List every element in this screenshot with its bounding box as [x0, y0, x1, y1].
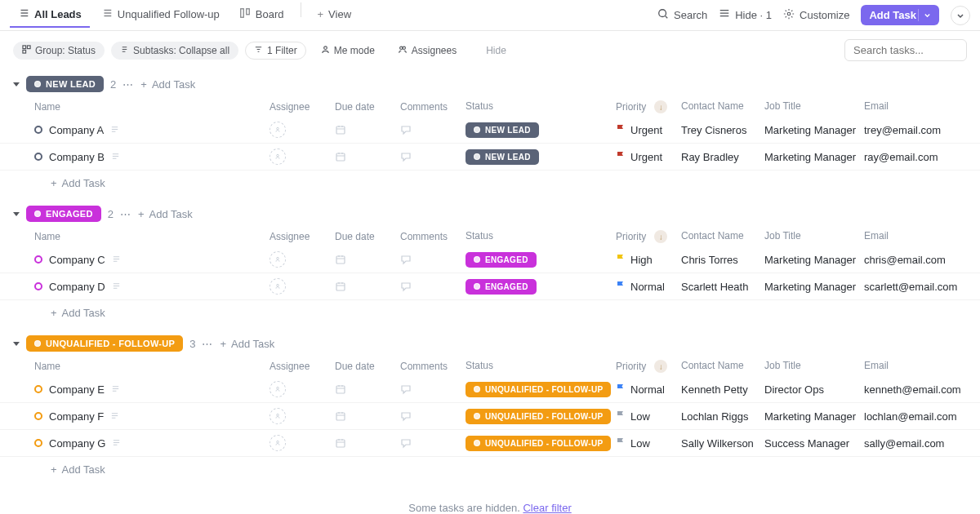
- calendar-icon[interactable]: [335, 410, 346, 422]
- col-assignee[interactable]: Assignee: [270, 230, 335, 243]
- col-name[interactable]: Name: [34, 360, 270, 373]
- assignee-add-icon[interactable]: [270, 278, 286, 295]
- subtasks-chip[interactable]: Subtasks: Collapse all: [111, 42, 238, 60]
- col-priority[interactable]: Priority↓: [616, 100, 681, 113]
- job-title[interactable]: Director Ops: [764, 383, 864, 396]
- tab-board[interactable]: Board: [231, 2, 292, 28]
- contact-name[interactable]: Sally Wilkerson: [681, 437, 764, 450]
- group-chip[interactable]: Group: Status: [13, 42, 105, 60]
- group-add-task[interactable]: + Add Task: [140, 78, 195, 91]
- task-name[interactable]: Company C: [49, 254, 105, 266]
- job-title[interactable]: Marketing Manager: [764, 124, 864, 136]
- task-row[interactable]: Company A NEW LEAD Urgent Trey Cisneros …: [0, 117, 980, 144]
- status-pill[interactable]: UNQUALIFIED - FOLLOW-UP: [466, 409, 611, 424]
- assignee-add-icon[interactable]: [270, 435, 286, 451]
- status-pill[interactable]: ENGAGED: [466, 279, 537, 295]
- col-assignee[interactable]: Assignee: [270, 360, 335, 373]
- status-pill[interactable]: NEW LEAD: [466, 122, 539, 138]
- add-task-row[interactable]: + Add Task: [0, 300, 980, 326]
- contact-name[interactable]: Kenneth Petty: [681, 383, 764, 396]
- priority-flag[interactable]: [616, 281, 626, 293]
- task-name[interactable]: Company G: [49, 437, 105, 450]
- col-status[interactable]: Status: [466, 100, 616, 113]
- customize-button[interactable]: Customize: [783, 8, 849, 22]
- job-title[interactable]: Success Manager: [764, 437, 864, 450]
- subtasks-icon[interactable]: [111, 152, 120, 162]
- job-title[interactable]: Marketing Manager: [764, 151, 864, 163]
- status-pill[interactable]: UNQUALIFIED - FOLLOW-UP: [466, 382, 611, 397]
- priority-flag[interactable]: [616, 383, 626, 396]
- col-comments[interactable]: Comments: [400, 230, 466, 243]
- col-assignee[interactable]: Assignee: [270, 100, 335, 113]
- priority-flag[interactable]: [616, 254, 626, 266]
- task-name[interactable]: Company B: [49, 151, 105, 163]
- assignee-add-icon[interactable]: [270, 122, 286, 138]
- status-dot-icon[interactable]: [34, 282, 42, 290]
- status-dot-icon[interactable]: [34, 412, 42, 420]
- status-pill[interactable]: ENGAGED: [466, 252, 537, 268]
- tab-all-leads[interactable]: All Leads: [10, 2, 90, 28]
- contact-name[interactable]: Lochlan Riggs: [681, 410, 764, 423]
- group-status-pill[interactable]: ENGAGED: [26, 206, 101, 222]
- email[interactable]: lochlan@email.com: [864, 410, 967, 423]
- status-pill[interactable]: UNQUALIFIED - FOLLOW-UP: [466, 436, 611, 451]
- task-row[interactable]: Company D ENGAGED Normal Scarlett Heath …: [0, 273, 980, 300]
- contact-name[interactable]: Scarlett Heath: [681, 281, 764, 293]
- sort-indicator-icon[interactable]: ↓: [654, 100, 667, 113]
- col-status[interactable]: Status: [466, 230, 616, 243]
- contact-name[interactable]: Ray Bradley: [681, 151, 764, 163]
- collapse-toggle-icon[interactable]: [13, 342, 20, 346]
- filter-chip[interactable]: 1 Filter: [245, 42, 306, 60]
- subtasks-icon[interactable]: [112, 438, 121, 449]
- comment-icon[interactable]: [400, 383, 412, 395]
- job-title[interactable]: Marketing Manager: [764, 410, 864, 423]
- col-email[interactable]: Email: [864, 360, 967, 373]
- clear-filter-link[interactable]: Clear filter: [523, 502, 571, 514]
- email[interactable]: kenneth@email.com: [864, 383, 967, 396]
- priority-flag[interactable]: [616, 124, 626, 136]
- assignee-add-icon[interactable]: [270, 408, 286, 424]
- calendar-icon[interactable]: [335, 437, 346, 449]
- calendar-icon[interactable]: [335, 124, 346, 135]
- status-dot-icon[interactable]: [34, 385, 42, 393]
- col-priority[interactable]: Priority↓: [616, 230, 681, 243]
- email[interactable]: sally@email.com: [864, 437, 967, 450]
- group-status-pill[interactable]: NEW LEAD: [26, 76, 104, 92]
- col-job-title[interactable]: Job Title: [764, 230, 864, 243]
- assignee-add-icon[interactable]: [270, 251, 286, 268]
- calendar-icon[interactable]: [335, 383, 346, 395]
- subtasks-icon[interactable]: [111, 384, 120, 395]
- task-row[interactable]: Company E UNQUALIFIED - FOLLOW-UP Normal…: [0, 376, 980, 403]
- task-name[interactable]: Company E: [49, 383, 105, 396]
- email[interactable]: ray@email.com: [864, 151, 967, 163]
- email[interactable]: scarlett@email.com: [864, 281, 967, 293]
- col-email[interactable]: Email: [864, 230, 967, 243]
- comment-icon[interactable]: [400, 281, 412, 292]
- search-button[interactable]: Search: [657, 8, 707, 22]
- tab-unqualified[interactable]: Unqualified Follow-up: [93, 2, 228, 28]
- priority-flag[interactable]: [616, 437, 626, 450]
- group-status-pill[interactable]: UNQUALIFIED - FOLLOW-UP: [26, 335, 183, 352]
- group-add-task[interactable]: + Add Task: [220, 338, 274, 350]
- subtasks-icon[interactable]: [110, 411, 119, 422]
- col-status[interactable]: Status: [466, 360, 616, 373]
- col-due-date[interactable]: Due date: [335, 230, 400, 243]
- col-name[interactable]: Name: [34, 230, 270, 243]
- status-dot-icon[interactable]: [34, 153, 42, 161]
- priority-flag[interactable]: [616, 151, 626, 163]
- col-priority[interactable]: Priority↓: [616, 360, 681, 373]
- group-add-task[interactable]: + Add Task: [138, 208, 193, 220]
- subtasks-icon[interactable]: [112, 255, 121, 265]
- col-contact[interactable]: Contact Name: [681, 100, 764, 113]
- col-comments[interactable]: Comments: [400, 360, 466, 373]
- subtasks-icon[interactable]: [110, 125, 119, 135]
- comment-icon[interactable]: [400, 437, 412, 449]
- assignees-toggle[interactable]: Assignees: [390, 42, 465, 59]
- comment-icon[interactable]: [400, 410, 412, 422]
- add-task-button[interactable]: Add Task: [861, 5, 939, 25]
- collapse-toggle-icon[interactable]: [13, 82, 20, 86]
- add-task-row[interactable]: + Add Task: [0, 457, 980, 482]
- task-name[interactable]: Company F: [49, 410, 104, 423]
- priority-flag[interactable]: [616, 410, 626, 423]
- comment-icon[interactable]: [400, 254, 412, 265]
